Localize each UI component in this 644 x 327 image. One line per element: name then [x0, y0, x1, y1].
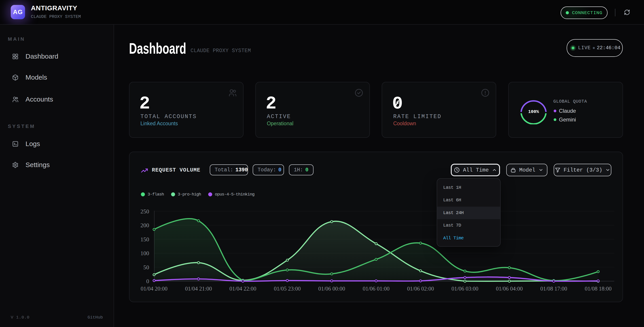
svg-text:01/08 17:00: 01/08 17:00 — [540, 286, 567, 292]
svg-text:250: 250 — [140, 208, 149, 215]
svg-text:01/04 21:00: 01/04 21:00 — [185, 286, 212, 292]
svg-text:01/06 01:00: 01/06 01:00 — [363, 286, 390, 292]
svg-text:0: 0 — [146, 278, 149, 284]
svg-text:01/04 20:00: 01/04 20:00 — [141, 286, 168, 292]
svg-text:01/05 23:00: 01/05 23:00 — [274, 286, 301, 292]
svg-text:01/08 18:00: 01/08 18:00 — [585, 286, 612, 292]
svg-text:01/06 04:00: 01/06 04:00 — [496, 286, 523, 292]
svg-text:100%: 100% — [528, 109, 539, 114]
svg-text:01/06 00:00: 01/06 00:00 — [318, 286, 345, 292]
svg-text:100: 100 — [140, 250, 149, 256]
svg-text:01/06 02:00: 01/06 02:00 — [407, 286, 434, 292]
svg-text:01/06 03:00: 01/06 03:00 — [452, 286, 478, 292]
svg-text:200: 200 — [140, 222, 149, 228]
svg-text:01/04 22:00: 01/04 22:00 — [230, 286, 256, 292]
svg-text:150: 150 — [140, 236, 149, 243]
svg-text:50: 50 — [143, 264, 149, 271]
